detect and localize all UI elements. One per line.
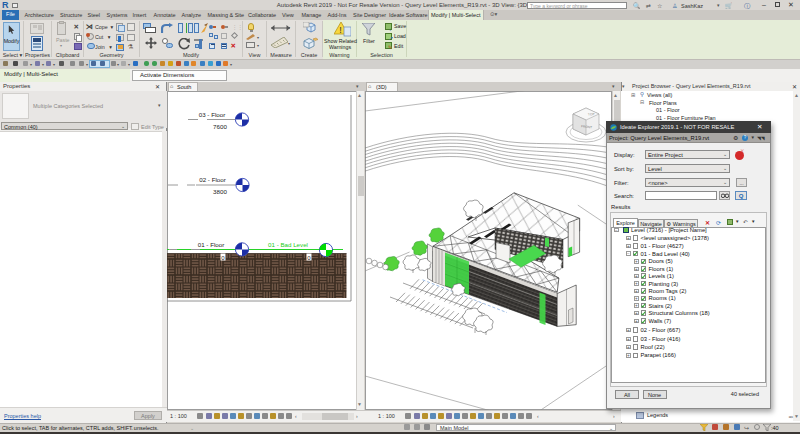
svg-text:TOP: TOP [588,112,595,117]
svg-text:7600: 7600 [213,123,227,130]
svg-text:02 - Floor: 02 - Floor [199,176,225,183]
svg-text:01 - Bad Level: 01 - Bad Level [268,241,308,248]
svg-text:01 - Floor: 01 - Floor [198,241,224,248]
svg-text:!: ! [339,25,342,35]
svg-text:3800: 3800 [213,188,227,195]
svg-text:03 - Floor: 03 - Floor [199,111,225,118]
